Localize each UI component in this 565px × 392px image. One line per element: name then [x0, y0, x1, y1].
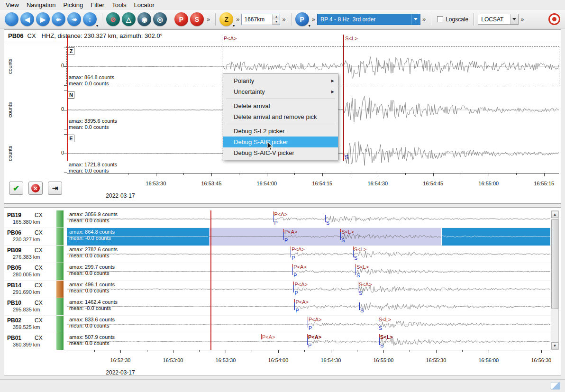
reject-button[interactable]: ×: [28, 182, 43, 195]
filter-value: BP 4 - 8 Hz 3rd order: [318, 16, 411, 23]
waveform-raw-icon[interactable]: ◉: [137, 12, 151, 26]
pick-label: S<L>: [380, 334, 393, 340]
locator-combobox[interactable]: LOCSAT: [478, 14, 519, 25]
jump-to-origin-icon[interactable]: [5, 12, 18, 26]
menu-tools[interactable]: Tools: [108, 0, 130, 9]
phase-marker-tick[interactable]: [359, 302, 360, 310]
forward-icon: ⇥: [52, 184, 58, 192]
menu-navigation[interactable]: Navigation: [23, 0, 59, 9]
station-row-pb10[interactable]: PB10CX295.835 kmamax: 1462.4 countsmean:…: [4, 298, 551, 316]
menu-view[interactable]: View: [2, 0, 23, 9]
last-trace-icon[interactable]: ↠: [67, 12, 81, 26]
checkbox-box[interactable]: [437, 16, 443, 22]
toolbar-overflow-chevron[interactable]: »: [207, 16, 210, 23]
phase-marker-tick[interactable]: [307, 337, 308, 345]
phase-marker-tick[interactable]: [325, 215, 326, 222]
context-menu-item-debug-s-aic-picker[interactable]: Debug S-AIC picker: [223, 137, 338, 147]
station-row-pb19[interactable]: PB19CX165.380 kmamax: 3056.9 countsmean:…: [4, 210, 551, 228]
axis-tick-label: 16:54:30: [361, 181, 394, 186]
scroll-down-button[interactable]: ▼: [551, 342, 558, 349]
next-trace-icon[interactable]: ▶: [36, 12, 50, 26]
phase-marker-tick[interactable]: [355, 267, 356, 275]
phase-marker-tick[interactable]: [283, 232, 284, 240]
phase-p-icon[interactable]: P▾: [295, 12, 309, 26]
filter-combobox[interactable]: BP 4 - 8 Hz 3rd order: [317, 14, 420, 25]
first-trace-icon[interactable]: ↞: [52, 12, 65, 26]
component-z-icon[interactable]: Z▾: [219, 12, 233, 26]
phase-marker-tick[interactable]: [291, 250, 291, 257]
distance-spinbox[interactable]: 1667km▲▼: [241, 14, 280, 25]
vertical-scrollbar[interactable]: ▲ ▼: [551, 210, 559, 350]
mean-label: mean: 0.0 counts: [69, 323, 109, 328]
phase-marker-tick[interactable]: [340, 232, 341, 240]
axis-major-tick: [489, 350, 489, 353]
phase-marker-tick[interactable]: [379, 337, 380, 345]
logscale-checkbox[interactable]: Logscale: [437, 16, 468, 23]
phase-marker-tick[interactable]: [353, 250, 354, 257]
sort-traces-icon[interactable]: ↕▾: [83, 12, 97, 26]
amax-label: amax: 864.8 counts: [69, 229, 115, 235]
context-menu-item-debug-s-aic-v-picker[interactable]: Debug S-AIC-V picker: [223, 147, 338, 158]
menu-picking[interactable]: Picking: [59, 0, 87, 9]
menu-item-label: Polarity: [234, 77, 331, 84]
toolbar-overflow-chevron[interactable]: »: [282, 16, 285, 23]
combo-arrow-icon[interactable]: [411, 14, 420, 25]
context-menu-item-debug-s-l2-picker[interactable]: Debug S-L2 picker: [223, 126, 338, 137]
station-row-pb02[interactable]: PB02CX359.525 kmamax: 833.6 countsmean: …: [4, 316, 551, 333]
phase-marker-tick[interactable]: [308, 320, 308, 328]
context-menu-item-polarity[interactable]: Polarity▶: [223, 75, 338, 86]
amax-label: amax: 1462.4 counts: [69, 299, 118, 305]
station-row-pb06[interactable]: PB06CX230.327 kmamax: 864.8 countsmean: …: [4, 228, 551, 246]
phase-marker-tick[interactable]: [292, 267, 293, 275]
toolbar-overflow-chevron[interactable]: »: [236, 16, 239, 23]
spin-buttons[interactable]: ▲▼: [272, 14, 280, 25]
axis-tick-label: 16:56:00: [472, 357, 505, 363]
pick-p-phase-icon[interactable]: P: [174, 12, 188, 26]
station-row-pb05[interactable]: PB05CX280.005 kmamax: 299.7 countsmean: …: [4, 263, 551, 281]
time-axis-line: [67, 173, 559, 173]
menu-locator[interactable]: Locator: [130, 0, 158, 9]
phase-marker-tick[interactable]: [378, 320, 378, 328]
spin-down-icon[interactable]: ▼: [273, 19, 280, 25]
axis-minor-tick: [515, 350, 515, 352]
pick-label: S<L>: [356, 264, 369, 270]
toolbar-overflow-chevron[interactable]: »: [520, 16, 524, 23]
pick-s-phase-icon[interactable]: S: [190, 12, 204, 26]
menu-filter[interactable]: Filter: [87, 0, 108, 9]
axis-major-tick: [436, 350, 437, 353]
axis-tick-label: 16:54:15: [306, 181, 339, 186]
axis-major-tick: [173, 350, 173, 353]
phase-marker: P: [292, 255, 295, 261]
disable-pick-icon[interactable]: ⊘: [106, 12, 120, 26]
station-row-pb01[interactable]: PB01CX360.399 kmamax: 507.9 countsmean: …: [4, 333, 551, 350]
status-zoom-icon[interactable]: [551, 382, 560, 390]
prev-trace-icon[interactable]: ◀: [20, 12, 34, 26]
axis-major-tick: [322, 173, 323, 176]
context-menu-item-delete-arrival[interactable]: Delete arrival: [223, 100, 338, 111]
sort-traces-icon-glyph: ↕: [88, 16, 91, 23]
phase-marker-tick[interactable]: [358, 285, 358, 292]
chevron-down-icon: [512, 18, 516, 20]
context-menu-item-delete-arrival-and-remove-pick[interactable]: Delete arrival and remove pick: [223, 111, 338, 122]
scrollbar-thumb[interactable]: [551, 219, 558, 309]
station-row-pb14[interactable]: PB14CX291.690 kmamax: 496.1 countsmean: …: [4, 281, 551, 298]
locate-target-icon[interactable]: [548, 13, 560, 25]
station-distance: 230.327 km: [13, 237, 40, 242]
spin-up-icon[interactable]: ▲: [273, 14, 280, 19]
polarity-pick-icon[interactable]: △: [122, 12, 136, 26]
context-menu-item-uncertainty[interactable]: Uncertainty▶: [223, 86, 338, 97]
accept-button[interactable]: ✔: [9, 182, 23, 195]
mean-label: mean: -0.0 counts: [69, 235, 111, 241]
combo-arrow-icon[interactable]: [510, 14, 518, 24]
phase-marker-tick[interactable]: [294, 302, 295, 310]
scroll-up-button[interactable]: ▲: [551, 211, 558, 218]
station-code: PB14: [7, 282, 21, 289]
phase-marker-tick[interactable]: [273, 215, 274, 222]
waveform-filtered-icon[interactable]: ◎: [153, 12, 167, 26]
apply-and-next-button[interactable]: ⇥: [48, 182, 62, 195]
phase-marker-tick[interactable]: [293, 285, 294, 292]
toolbar-overflow-chevron[interactable]: »: [312, 16, 315, 23]
toolbar-overflow-chevron[interactable]: »: [422, 16, 426, 23]
station-row-pb09[interactable]: PB09CX276.383 kmamax: 2782.6 countsmean:…: [4, 246, 551, 263]
trace-header: PB06 CX HHZ, distance: 230.327 km, azimu…: [4, 30, 561, 42]
